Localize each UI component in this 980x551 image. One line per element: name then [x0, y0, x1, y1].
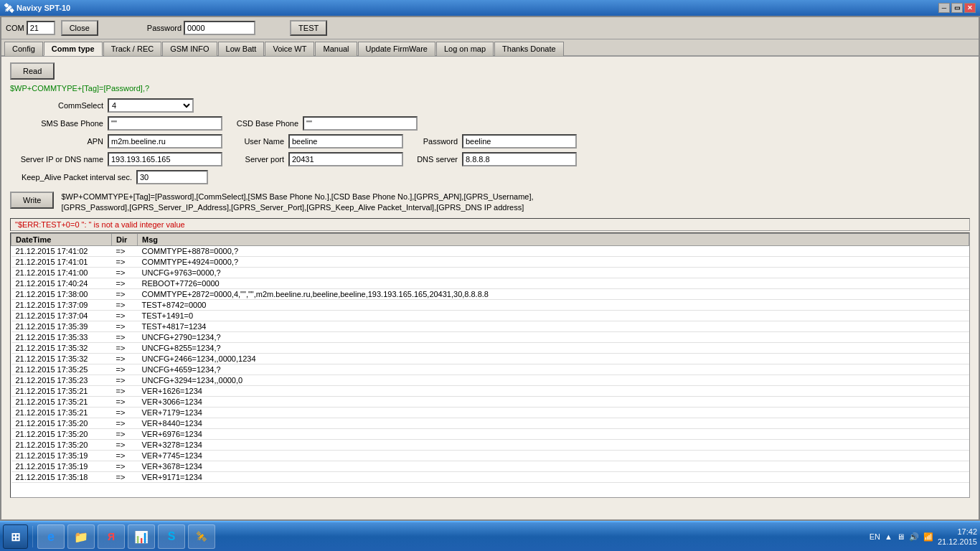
server-port-label: Server port — [227, 155, 284, 164]
user-name-label: User Name — [227, 137, 284, 146]
title-bar-text: Navixy SPT-10 — [17, 4, 70, 12]
log-row: 21.12.2015 17:40:24 => REBOOT+7726=0000 — [11, 278, 969, 288]
taskbar: ⊞ e 📁 Я 📊 S 🛰 EN ▲ 🖥 🔊 📶 17:42 21.12.201… — [0, 521, 980, 551]
log-row: 21.12.2015 17:37:04 => TEST+1491=0 — [11, 310, 969, 321]
log-datetime: 21.12.2015 17:37:09 — [11, 299, 112, 310]
minimize-button[interactable]: ─ — [938, 3, 950, 13]
log-row: 21.12.2015 17:35:32 => UNCFG+2466=1234,,… — [11, 353, 969, 364]
main-window: COM Close Password TEST Config Comm type… — [0, 16, 980, 521]
close-button[interactable]: ✕ — [964, 3, 976, 13]
tab-voice-wt[interactable]: Voice WT — [265, 42, 314, 56]
log-dir: => — [112, 299, 138, 310]
tab-config[interactable]: Config — [4, 42, 43, 56]
taskbar-separator — [32, 526, 33, 547]
col-datetime: DateTime — [11, 233, 112, 245]
taskbar-app-yandex[interactable]: Я — [98, 524, 125, 549]
password-field-input[interactable] — [462, 134, 577, 149]
log-row: 21.12.2015 17:35:33 => UNCFG+2790=1234,? — [11, 331, 969, 342]
tab-thanks-donate[interactable]: Thanks Donate — [494, 42, 564, 56]
log-msg: UNCFG+2790=1234,? — [138, 331, 969, 342]
user-name-input[interactable] — [288, 134, 403, 149]
tab-manual[interactable]: Manual — [315, 42, 357, 56]
log-datetime: 21.12.2015 17:41:00 — [11, 267, 112, 278]
read-button[interactable]: Read — [10, 62, 55, 80]
log-dir: => — [112, 450, 138, 461]
tab-update-firmware[interactable]: Update FirmWare — [358, 42, 435, 56]
com-input[interactable] — [27, 21, 55, 35]
log-dir: => — [112, 256, 138, 267]
log-msg: VER+6976=1234 — [138, 428, 969, 439]
dns-server-input[interactable] — [462, 152, 577, 166]
sms-base-phone-label: SMS Base Phone — [10, 119, 103, 128]
log-msg: UNCFG+4659=1234,? — [138, 364, 969, 375]
test-button[interactable]: TEST — [290, 20, 327, 36]
tab-comm-type[interactable]: Comm type — [44, 42, 103, 56]
taskbar-app-green[interactable]: 📊 — [128, 524, 155, 549]
log-msg: UNCFG+2466=1234,,0000,1234 — [138, 353, 969, 364]
log-datetime: 21.12.2015 17:35:32 — [11, 353, 112, 364]
dns-server-label: DNS server — [407, 155, 458, 164]
log-msg: COMMTYPE+4924=0000,? — [138, 256, 969, 267]
clock-date: 21.12.2015 — [938, 537, 977, 547]
status-text: "$ERR:TEST+0=0 ": " is not a valid integ… — [15, 220, 185, 229]
log-msg: REBOOT+7726=0000 — [138, 278, 969, 288]
log-datetime: 21.12.2015 17:35:19 — [11, 450, 112, 461]
log-msg: VER+3678=1234 — [138, 461, 969, 471]
tabs: Config Comm type Track / REC GSM INFO Lo… — [1, 39, 979, 57]
log-dir: => — [112, 267, 138, 278]
volume-icon: 🔊 — [909, 532, 919, 542]
log-dir: => — [112, 375, 138, 385]
server-port-input[interactable] — [288, 152, 403, 166]
tab-low-batt[interactable]: Low Batt — [218, 42, 265, 56]
taskbar-app-navixy[interactable]: 🛰 — [188, 524, 215, 549]
log-dir: => — [112, 428, 138, 439]
start-button[interactable]: ⊞ — [3, 524, 28, 549]
taskbar-app-ie[interactable]: e — [37, 524, 65, 549]
comm-select-input[interactable]: 4 1 2 3 5 — [108, 98, 194, 113]
log-datetime: 21.12.2015 17:35:18 — [11, 471, 112, 482]
password-section: Password — [147, 21, 255, 35]
log-row: 21.12.2015 17:35:23 => UNCFG+3294=1234,,… — [11, 375, 969, 385]
toolbar: COM Close Password TEST — [1, 17, 979, 39]
tab-log-on-map[interactable]: Log on map — [436, 42, 494, 56]
log-msg: COMMTYPE+8878=0000,? — [138, 245, 969, 256]
keep-alive-input[interactable] — [136, 170, 208, 184]
close-button[interactable]: Close — [61, 20, 98, 36]
log-datetime: 21.12.2015 17:41:02 — [11, 245, 112, 256]
log-table: DateTime Dir Msg 21.12.2015 17:41:02 => … — [11, 233, 969, 483]
log-section[interactable]: DateTime Dir Msg 21.12.2015 17:41:02 => … — [10, 232, 970, 498]
taskbar-app-skype[interactable]: S — [158, 524, 185, 549]
comm-select-label: CommSelect — [10, 101, 103, 110]
log-row: 21.12.2015 17:35:20 => VER+8440=1234 — [11, 418, 969, 428]
log-datetime: 21.12.2015 17:37:04 — [11, 310, 112, 321]
log-msg: VER+9171=1234 — [138, 471, 969, 482]
log-row: 21.12.2015 17:35:19 => VER+3678=1234 — [11, 461, 969, 471]
comm-select-row: CommSelect 4 1 2 3 5 — [10, 98, 970, 113]
skype-icon: S — [168, 530, 176, 543]
sms-base-phone-input[interactable] — [108, 116, 222, 131]
log-msg: VER+3066=1234 — [138, 396, 969, 407]
password-input[interactable] — [184, 21, 255, 35]
windows-logo: ⊞ — [11, 530, 20, 544]
network-icon: 🖥 — [897, 532, 905, 541]
col-dir: Dir — [112, 233, 138, 245]
csd-base-phone-input[interactable] — [303, 116, 418, 131]
log-msg: TEST+4817=1234 — [138, 321, 969, 331]
tab-track-rec[interactable]: Track / REC — [103, 42, 162, 56]
log-row: 21.12.2015 17:35:39 => TEST+4817=1234 — [11, 321, 969, 331]
log-dir: => — [112, 418, 138, 428]
log-dir: => — [112, 385, 138, 396]
log-datetime: 21.12.2015 17:35:25 — [11, 364, 112, 375]
log-datetime: 21.12.2015 17:35:19 — [11, 461, 112, 471]
taskbar-app-explorer[interactable]: 📁 — [67, 524, 95, 549]
server-ip-input[interactable] — [108, 152, 222, 166]
content-area: Read $WP+COMMTYPE+[Tag]=[Password],? Com… — [1, 57, 979, 504]
tab-gsm-info[interactable]: GSM INFO — [162, 42, 217, 56]
apn-input[interactable] — [108, 134, 222, 149]
maximize-button[interactable]: ▭ — [951, 3, 963, 13]
write-button[interactable]: Write — [10, 192, 54, 209]
apn-row: APN User Name Password — [10, 134, 970, 149]
log-datetime: 21.12.2015 17:35:20 — [11, 428, 112, 439]
log-dir: => — [112, 461, 138, 471]
log-row: 21.12.2015 17:41:00 => UNCFG+9763=0000,? — [11, 267, 969, 278]
